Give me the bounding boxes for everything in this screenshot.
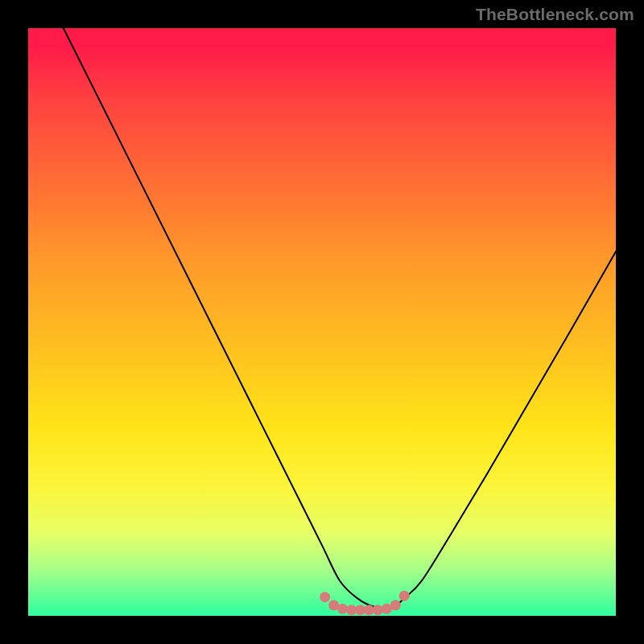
- trough-dot: [373, 605, 383, 615]
- trough-dot: [390, 600, 401, 610]
- curve-layer: [28, 28, 616, 616]
- trough-dot: [399, 591, 410, 601]
- trough-dot: [320, 592, 330, 602]
- chart-frame: TheBottleneck.com: [0, 0, 644, 644]
- watermark-text: TheBottleneck.com: [476, 5, 634, 24]
- bottleneck-curve: [64, 28, 616, 608]
- trough-dot: [337, 604, 348, 614]
